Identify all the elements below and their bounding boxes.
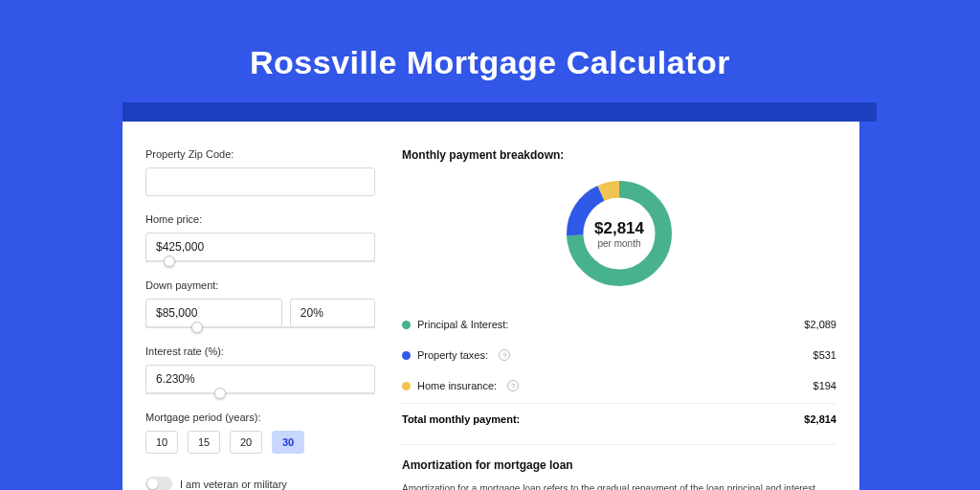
total-row: Total monthly payment: $2,814 — [402, 403, 836, 431]
zip-input[interactable] — [145, 167, 375, 196]
home-price-group: Home price: — [145, 213, 375, 262]
interest-rate-label: Interest rate (%): — [145, 345, 375, 357]
form-column: Property Zip Code: Home price: Down paym… — [145, 148, 375, 490]
donut-container: $2,814 per month — [402, 175, 836, 292]
veteran-label: I am veteran or military — [180, 479, 287, 490]
divider — [402, 444, 836, 445]
home-price-slider[interactable] — [145, 260, 375, 262]
home-price-thumb[interactable] — [164, 256, 175, 267]
interest-rate-thumb[interactable] — [214, 388, 226, 399]
interest-rate-slider[interactable] — [145, 392, 375, 394]
veteran-toggle-row: I am veteran or military — [145, 477, 375, 490]
veteran-toggle[interactable] — [145, 477, 172, 490]
down-payment-group: Down payment: — [145, 279, 375, 328]
down-payment-slider[interactable] — [145, 326, 375, 328]
period-option-15[interactable]: 15 — [188, 431, 220, 454]
legend-taxes-label: Property taxes: — [417, 349, 488, 361]
legend-principal: Principal & Interest: $2,089 — [402, 309, 836, 340]
total-value: $2,814 — [804, 413, 836, 425]
interest-rate-group: Interest rate (%): — [145, 345, 375, 394]
breakdown-column: Monthly payment breakdown: $2,814 per mo… — [402, 148, 836, 490]
period-option-10[interactable]: 10 — [145, 431, 178, 454]
down-payment-pct-input[interactable] — [290, 299, 375, 327]
donut-sub: per month — [597, 238, 640, 249]
donut-amount: $2,814 — [594, 219, 644, 238]
mortgage-period-group: Mortgage period (years): 10 15 20 30 — [145, 412, 375, 454]
legend-principal-label: Principal & Interest: — [417, 319, 508, 330]
legend-insurance: Home insurance: ? $194 — [402, 370, 836, 401]
info-icon[interactable]: ? — [499, 349, 510, 361]
down-payment-label: Down payment: — [145, 279, 375, 291]
zip-label: Property Zip Code: — [145, 148, 375, 160]
zip-field-group: Property Zip Code: — [145, 148, 375, 196]
legend-insurance-value: $194 — [813, 380, 836, 391]
down-payment-amount-input[interactable] — [145, 299, 282, 327]
dot-taxes — [402, 351, 411, 360]
breakdown-title: Monthly payment breakdown: — [402, 148, 836, 162]
page-title: Rossville Mortgage Calculator — [0, 44, 980, 81]
dot-principal — [402, 321, 411, 329]
legend-taxes: Property taxes: ? $531 — [402, 340, 836, 370]
amortization-title: Amortization for mortgage loan — [402, 458, 836, 472]
total-label: Total monthly payment: — [402, 413, 520, 425]
legend-principal-value: $2,089 — [804, 319, 836, 330]
legend-insurance-label: Home insurance: — [417, 380, 497, 391]
period-option-20[interactable]: 20 — [230, 431, 262, 454]
info-icon[interactable]: ? — [507, 380, 519, 391]
dot-insurance — [402, 382, 411, 390]
home-price-input[interactable] — [145, 233, 375, 261]
legend-taxes-value: $531 — [813, 349, 836, 361]
card-shadow — [122, 102, 877, 122]
down-payment-thumb[interactable] — [191, 322, 203, 333]
mortgage-period-options: 10 15 20 30 — [145, 431, 375, 454]
calculator-card: Property Zip Code: Home price: Down paym… — [122, 122, 859, 490]
mortgage-period-label: Mortgage period (years): — [145, 412, 375, 423]
donut-chart: $2,814 per month — [561, 175, 678, 292]
donut-center: $2,814 per month — [561, 175, 678, 292]
amortization-text: Amortization for a mortgage loan refers … — [402, 481, 836, 490]
period-option-30[interactable]: 30 — [272, 431, 304, 454]
home-price-label: Home price: — [145, 213, 375, 225]
interest-rate-input[interactable] — [145, 365, 375, 393]
